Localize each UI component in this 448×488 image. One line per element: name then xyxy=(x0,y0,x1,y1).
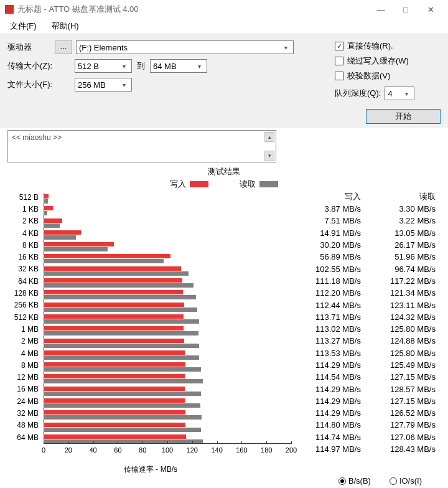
data-header: 写入 读取 xyxy=(294,191,438,202)
y-label: 512 B xyxy=(7,191,41,203)
checkbox-icon xyxy=(335,57,343,65)
maximize-button[interactable]: □ xyxy=(393,5,418,14)
data-row: 14.91 MB/s13.05 MB/s xyxy=(294,227,438,239)
write-bar xyxy=(44,242,114,246)
file-size-label: 文件大小(F): xyxy=(7,79,75,90)
transfer-size-label: 传输大小(Z): xyxy=(7,60,75,72)
write-bar xyxy=(44,254,170,258)
minimize-button[interactable]: — xyxy=(368,5,393,14)
data-row: 114.74 MB/s127.06 MB/s xyxy=(294,431,438,443)
chevron-down-icon: ▾ xyxy=(119,63,129,70)
description-textarea[interactable]: << miaoshu >> ▴▾ xyxy=(7,130,276,162)
close-button[interactable]: ✕ xyxy=(418,5,443,14)
read-bar xyxy=(44,392,201,396)
data-row: 114.29 MB/s127.15 MB/s xyxy=(294,395,438,407)
write-bar xyxy=(44,314,184,319)
y-label: 512 KB xyxy=(7,311,41,323)
read-swatch xyxy=(259,181,278,187)
write-bar xyxy=(44,362,185,367)
direct-io-checkbox[interactable]: ✓ 直接传输(R). xyxy=(335,40,441,52)
scrollbar[interactable]: ▴▾ xyxy=(264,132,274,161)
start-button[interactable]: 开始 xyxy=(366,109,441,124)
write-bar xyxy=(44,374,185,378)
checkbox-icon xyxy=(335,72,343,80)
ios-radio[interactable]: IO/s(I) xyxy=(390,476,422,486)
menubar: 文件(F) 帮助(H) xyxy=(0,19,448,34)
y-label: 24 MB xyxy=(7,395,41,407)
write-bar xyxy=(44,339,184,343)
transfer-to-combo[interactable]: 64 MB▾ xyxy=(150,59,207,73)
read-bar xyxy=(44,439,203,444)
write-bar xyxy=(44,423,185,427)
controls-panel: 驱动器 ... (F:) Elements▾ 传输大小(Z): 512 B▾ 到… xyxy=(0,34,448,128)
menu-file[interactable]: 文件(F) xyxy=(4,19,43,33)
legend: 写入 读取 xyxy=(7,179,441,190)
results-title: 测试结果 xyxy=(7,166,441,177)
data-row: 111.18 MB/s117.22 MB/s xyxy=(294,275,438,287)
queue-depth-combo[interactable]: 4▾ xyxy=(385,87,414,100)
read-bar xyxy=(44,344,199,348)
x-tick: 40 xyxy=(89,446,96,454)
x-tick: 120 xyxy=(187,446,198,454)
drive-combo[interactable]: (F:) Elements▾ xyxy=(76,40,294,54)
titlebar: 无标题 - ATTO 磁盘基准测试 4.00 — □ ✕ xyxy=(0,0,448,19)
chevron-down-icon: ▾ xyxy=(281,44,291,51)
y-label: 32 MB xyxy=(7,407,41,419)
data-row: 114.80 MB/s127.79 MB/s xyxy=(294,419,438,431)
queue-depth-label: 队列深度(Q): xyxy=(335,88,381,99)
y-label: 128 KB xyxy=(7,287,41,299)
browse-drive-button[interactable]: ... xyxy=(55,40,72,54)
to-label: 到 xyxy=(137,60,145,72)
chevron-down-icon: ▾ xyxy=(401,90,411,97)
write-bar xyxy=(44,266,181,271)
write-bar xyxy=(44,278,182,283)
data-row: 113.53 MB/s125.80 MB/s xyxy=(294,347,438,359)
y-label: 2 MB xyxy=(7,336,41,347)
x-tick: 0 xyxy=(42,446,45,454)
write-bar xyxy=(44,290,183,294)
data-row: 113.71 MB/s124.32 MB/s xyxy=(294,311,438,323)
write-swatch xyxy=(190,181,208,187)
read-bar xyxy=(44,259,164,263)
data-row: 114.29 MB/s128.57 MB/s xyxy=(294,383,438,395)
read-bar xyxy=(44,307,197,312)
read-bar xyxy=(44,199,48,204)
data-row: 114.97 MB/s128.43 MB/s xyxy=(294,443,438,455)
chevron-down-icon: ▾ xyxy=(194,63,204,70)
write-bar xyxy=(44,194,49,199)
bypass-cache-checkbox[interactable]: 绕过写入缓存(W) xyxy=(335,55,441,67)
y-label: 256 KB xyxy=(7,299,41,311)
write-bar xyxy=(44,387,185,391)
data-row: 7.51 MB/s3.22 MB/s xyxy=(294,215,438,227)
y-label: 12 MB xyxy=(7,371,41,383)
read-bar xyxy=(44,247,108,251)
y-label: 4 KB xyxy=(7,227,41,239)
transfer-from-combo[interactable]: 512 B▾ xyxy=(75,59,132,73)
write-bar xyxy=(44,303,184,307)
data-row: 113.02 MB/s125.80 MB/s xyxy=(294,323,438,335)
y-label: 16 KB xyxy=(7,251,41,263)
x-tick: 60 xyxy=(114,446,121,454)
y-label: 1 MB xyxy=(7,323,41,335)
verify-checkbox[interactable]: 校验数据(V) xyxy=(335,70,441,82)
y-label: 32 KB xyxy=(7,263,41,275)
x-tick: 20 xyxy=(65,446,72,454)
bs-radio[interactable]: B/s(B) xyxy=(338,476,371,486)
menu-help[interactable]: 帮助(H) xyxy=(45,19,85,33)
read-bar xyxy=(44,379,203,383)
app-icon xyxy=(5,5,14,14)
y-label: 64 MB xyxy=(7,431,41,443)
data-row: 113.27 MB/s124.88 MB/s xyxy=(294,335,438,347)
x-tick: 160 xyxy=(236,446,247,454)
y-label: 48 MB xyxy=(7,420,41,431)
write-bar xyxy=(44,434,186,439)
unit-radios: B/s(B) IO/s(I) xyxy=(7,475,441,488)
x-tick: 100 xyxy=(162,446,173,454)
data-row: 30.20 MB/s26.17 MB/s xyxy=(294,239,438,251)
bar-chart: 512 B1 KB2 KB4 KB8 KB16 KB32 KB64 KB128 … xyxy=(7,191,294,456)
write-bar xyxy=(44,398,185,403)
x-tick: 200 xyxy=(286,446,297,454)
file-size-combo[interactable]: 256 MB▾ xyxy=(75,78,132,92)
y-label: 8 MB xyxy=(7,359,41,371)
data-row: 114.29 MB/s126.52 MB/s xyxy=(294,407,438,419)
